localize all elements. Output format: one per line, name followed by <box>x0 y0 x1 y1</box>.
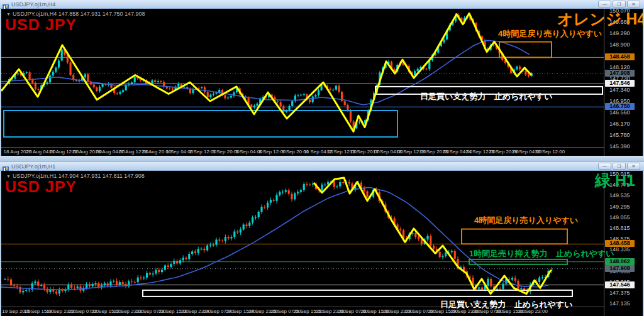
price-badge: 148.458 <box>605 53 635 60</box>
minimize-button[interactable]: — <box>598 163 611 170</box>
annotation-rectangle <box>462 229 567 244</box>
minimize-button[interactable]: — <box>598 1 611 8</box>
price-tick-label: 149.290 <box>609 30 630 36</box>
price-badge: 147.546 <box>605 80 635 87</box>
price-tick-label: 150.070 <box>609 9 630 14</box>
zigzag-line <box>1 13 531 131</box>
price-tick-label: 148.815 <box>609 225 630 231</box>
window-title: USDJPY.oj1m,H1 <box>11 163 596 170</box>
window-title: USDJPY.oj1m,H4 <box>11 1 596 8</box>
price-badge: 147.908 <box>605 265 635 272</box>
price-tick-label: 147.135 <box>609 300 630 307</box>
annotation-rectangle <box>375 87 602 94</box>
candles-group <box>5 13 532 130</box>
close-button[interactable]: ✕ <box>627 163 640 170</box>
chart-window-icon <box>3 1 9 7</box>
time-tick-label: 30 Sep 23:00 <box>518 308 548 314</box>
window-titlebar[interactable]: USDJPY.oj1m,H4 — ❐ ✕ <box>0 0 644 9</box>
price-tick-label: 149.535 <box>609 192 630 199</box>
chart-area-h4[interactable]: 18 Aug 202520 Aug 04:0021 Aug 12:0022 Au… <box>1 9 643 156</box>
restore-button[interactable]: ❐ <box>613 163 626 170</box>
price-tick-label: 145.390 <box>609 143 630 150</box>
h4-chart-canvas[interactable] <box>1 9 604 147</box>
price-tick-label: 145.780 <box>609 132 630 138</box>
price-axis[interactable]: 150.015149.775149.535149.295149.055148.8… <box>604 171 643 316</box>
annotation-rectangle <box>4 111 397 137</box>
price-badge: 147.908 <box>605 70 635 77</box>
chart-area-h1[interactable]: 19 Sep 202519 Sep 15:0019 Sep 23:0022 Se… <box>1 171 643 316</box>
h1-chart-canvas[interactable] <box>1 171 604 307</box>
candles-group <box>4 179 552 297</box>
price-tick-label: 149.680 <box>609 19 630 25</box>
price-tick-label: 146.560 <box>609 109 630 116</box>
time-tick-label: 30 Sep 12:00 <box>535 149 565 155</box>
price-badge: 146.750 <box>605 103 635 110</box>
price-tick-label: 147.375 <box>609 290 630 296</box>
price-tick-label: 148.900 <box>609 41 630 48</box>
window-divider <box>0 156 644 162</box>
chart-window-icon <box>3 163 9 169</box>
price-tick-label: 149.295 <box>609 204 630 210</box>
price-badge: 147.546 <box>605 281 635 288</box>
time-axis[interactable]: 18 Aug 202520 Aug 04:0021 Aug 12:0022 Au… <box>1 147 604 156</box>
price-tick-label: 148.335 <box>609 246 630 253</box>
annotation-rectangle <box>143 290 572 297</box>
price-badge: 148.458 <box>605 240 635 247</box>
window-titlebar[interactable]: USDJPY.oj1m,H1 — ❐ ✕ <box>0 162 644 171</box>
price-badge: 148.062 <box>605 258 635 265</box>
price-axis[interactable]: 150.070149.680149.290148.900148.120147.7… <box>604 9 643 156</box>
price-tick-label: 149.055 <box>609 214 630 221</box>
chart-window-h4: USDJPY.oj1m,H4 — ❐ ✕ 18 Aug 202520 Aug 0… <box>0 0 644 156</box>
price-tick-label: 149.775 <box>609 182 630 188</box>
restore-button[interactable]: ❐ <box>613 1 626 8</box>
mt4-workspace: USDJPY.oj1m,H4 — ❐ ✕ 18 Aug 202520 Aug 0… <box>0 0 644 316</box>
close-button[interactable]: ✕ <box>627 1 640 8</box>
price-tick-label: 150.015 <box>609 171 630 177</box>
time-axis[interactable]: 19 Sep 202519 Sep 15:0019 Sep 23:0022 Se… <box>1 307 604 316</box>
chart-window-h1: USDJPY.oj1m,H1 — ❐ ✕ 19 Sep 202519 Sep 1… <box>0 162 644 316</box>
price-tick-label: 147.340 <box>609 87 630 93</box>
price-tick-label: 146.170 <box>609 121 630 127</box>
